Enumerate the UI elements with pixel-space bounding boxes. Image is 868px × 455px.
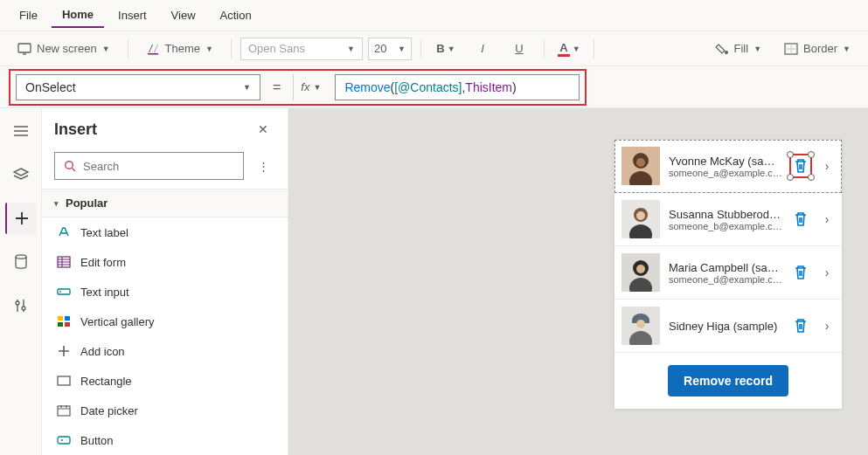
- menu-insert[interactable]: Insert: [108, 3, 157, 27]
- font-select[interactable]: Open Sans ▼: [240, 38, 363, 60]
- separator: [420, 39, 421, 59]
- new-screen-button[interactable]: New screen ▼: [9, 38, 119, 59]
- item-label: Rectangle: [80, 375, 132, 388]
- fill-label: Fill: [734, 42, 749, 55]
- calendar-icon: [56, 403, 72, 418]
- panel-title: Insert: [54, 121, 97, 139]
- search-box[interactable]: [54, 152, 244, 180]
- chevron-down-icon: ▼: [843, 45, 851, 53]
- gallery-row[interactable]: Maria Campbell (sample) someone_d@exampl…: [615, 246, 842, 300]
- formula-bar: OnSelect ▼ = fx ▼ Remove( [@Contacts], T…: [0, 66, 868, 108]
- menu-action[interactable]: Action: [210, 3, 262, 27]
- gallery-row[interactable]: Yvonne McKay (sample) someone_a@example.…: [615, 140, 842, 193]
- menu-view[interactable]: View: [161, 3, 206, 27]
- chevron-down-icon: ▼: [753, 45, 761, 53]
- item-list: Text label Edit form Text input Vertical…: [42, 217, 288, 455]
- svg-rect-0: [18, 44, 31, 52]
- database-icon: [14, 254, 28, 270]
- insert-add-icon[interactable]: Add icon: [42, 336, 288, 366]
- property-select[interactable]: OnSelect ▼: [16, 74, 260, 100]
- insert-vertical-gallery[interactable]: Vertical gallery: [42, 307, 288, 336]
- italic-icon: I: [481, 42, 484, 55]
- svg-rect-16: [58, 437, 70, 444]
- svg-rect-11: [65, 316, 70, 321]
- separator: [544, 39, 545, 59]
- item-label: Vertical gallery: [80, 315, 155, 328]
- fx-button[interactable]: fx ▼: [293, 74, 328, 100]
- layers-icon: [13, 168, 29, 182]
- rail-data[interactable]: [5, 246, 37, 278]
- separator: [231, 39, 232, 59]
- menu-file[interactable]: File: [9, 3, 48, 27]
- gallery-icon: [56, 314, 72, 329]
- font-color-button[interactable]: A ▼: [553, 36, 585, 62]
- fontsize-select[interactable]: 20 ▼: [368, 38, 412, 60]
- chevron-down-icon: ▼: [313, 83, 321, 92]
- theme-icon: [146, 43, 160, 55]
- trash-button-selected[interactable]: [791, 155, 810, 176]
- canvas[interactable]: Yvonne McKay (sample) someone_a@example.…: [288, 108, 868, 455]
- panel-close-button[interactable]: ✕: [251, 117, 275, 141]
- avatar: [621, 200, 660, 238]
- selection-handle[interactable]: [808, 151, 815, 158]
- item-label: Date picker: [80, 404, 138, 417]
- separator: [594, 39, 594, 59]
- selection-handle[interactable]: [787, 151, 794, 158]
- contact-email: someone_d@example.com: [669, 274, 782, 285]
- chevron-right-icon[interactable]: ›: [819, 318, 835, 334]
- more-button[interactable]: ⋮: [251, 154, 275, 178]
- underline-button[interactable]: U: [503, 36, 535, 62]
- italic-button[interactable]: I: [467, 36, 498, 62]
- selection-handle[interactable]: [787, 174, 794, 181]
- insert-panel: Insert ✕ ⋮ ▾ Popular Text label: [42, 108, 288, 455]
- insert-text-label[interactable]: Text label: [42, 217, 288, 247]
- trash-button[interactable]: [791, 210, 810, 229]
- insert-edit-form[interactable]: Edit form: [42, 247, 288, 277]
- bold-icon: B: [436, 42, 444, 55]
- contact-email: someone_b@example.com: [669, 221, 782, 231]
- theme-button[interactable]: Theme ▼: [137, 38, 222, 59]
- formula-input[interactable]: Remove( [@Contacts], ThisItem ): [335, 74, 580, 100]
- insert-date-picker[interactable]: Date picker: [42, 396, 288, 425]
- menubar: File Home Insert View Action: [0, 0, 868, 31]
- svg-point-7: [66, 162, 73, 169]
- gallery-row[interactable]: Sidney Higa (sample) ›: [615, 300, 842, 353]
- insert-rectangle[interactable]: Rectangle: [42, 366, 288, 396]
- contacts-gallery[interactable]: Yvonne McKay (sample) someone_a@example.…: [615, 140, 842, 409]
- font-color-icon: A: [558, 41, 569, 57]
- trash-icon: [793, 210, 809, 228]
- avatar: [621, 253, 660, 292]
- border-button[interactable]: Border ▼: [775, 38, 859, 59]
- chevron-right-icon[interactable]: ›: [819, 158, 835, 174]
- search-input[interactable]: [83, 160, 234, 173]
- trash-button[interactable]: [791, 316, 810, 335]
- rail-insert[interactable]: [5, 203, 37, 234]
- chevron-right-icon[interactable]: ›: [819, 211, 835, 227]
- avatar: [621, 147, 660, 185]
- avatar: [621, 307, 660, 345]
- menu-home[interactable]: Home: [52, 3, 104, 28]
- chevron-right-icon[interactable]: ›: [819, 265, 835, 280]
- left-rail: [0, 108, 42, 455]
- bold-button[interactable]: B▼: [430, 36, 462, 62]
- insert-text-input[interactable]: Text input: [42, 277, 288, 307]
- gallery-row[interactable]: Susanna Stubberod (sample) someone_b@exa…: [615, 193, 842, 246]
- svg-rect-13: [65, 322, 70, 327]
- insert-button[interactable]: Button: [42, 425, 288, 455]
- rail-settings[interactable]: [5, 290, 37, 321]
- chevron-down-icon: ▼: [448, 45, 455, 53]
- trash-button[interactable]: [791, 263, 810, 282]
- remove-record-button[interactable]: Remove record: [668, 365, 788, 396]
- rail-tree[interactable]: [5, 159, 37, 190]
- svg-point-24: [636, 211, 645, 220]
- selection-handle[interactable]: [808, 174, 815, 181]
- button-row: Remove record: [615, 353, 842, 409]
- category-header[interactable]: ▾ Popular: [42, 189, 288, 217]
- fill-button[interactable]: Fill ▼: [706, 38, 771, 59]
- fontsize-value: 20: [374, 42, 386, 55]
- rail-hamburger[interactable]: [5, 115, 37, 147]
- close-icon: ✕: [258, 122, 268, 136]
- item-label: Add icon: [80, 345, 125, 358]
- hamburger-icon: [13, 125, 29, 137]
- svg-rect-15: [58, 406, 70, 416]
